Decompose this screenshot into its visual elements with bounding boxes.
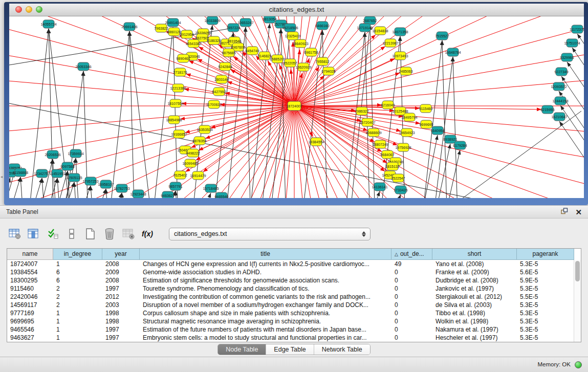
black-edge[interactable]	[97, 193, 122, 198]
black-edge[interactable]	[81, 189, 106, 198]
red-edge[interactable]	[294, 106, 584, 198]
show-columns-icon[interactable]	[27, 227, 40, 240]
table-row[interactable]: 1872400712008Changes of HCN gene express…	[7, 260, 581, 268]
red-edge[interactable]	[294, 106, 584, 198]
table-cell: 5.6E-5	[517, 268, 574, 276]
graph-node-label: 2485063	[399, 70, 412, 73]
black-edge[interactable]	[91, 186, 97, 198]
table-row[interactable]: 946362711997Embryonic stem cells: a mode…	[7, 334, 581, 342]
graph-node-label: 7955812	[315, 60, 329, 63]
red-edge[interactable]	[294, 106, 584, 198]
table-row[interactable]: 969969511998Structural magnetic resonanc…	[7, 317, 581, 325]
graph-node-label: 6794028	[321, 70, 335, 73]
edge-arrowhead	[559, 91, 563, 96]
edge-arrowhead	[380, 167, 385, 171]
red-edge[interactable]	[294, 106, 584, 198]
red-edge[interactable]	[294, 106, 584, 198]
table-row[interactable]: 1938455462009Genome-wide association stu…	[7, 268, 581, 276]
delete-rows-icon[interactable]	[103, 227, 116, 240]
graph-node-label: 2803144	[214, 78, 228, 81]
red-edge[interactable]	[294, 106, 584, 198]
table-cell: 49	[391, 260, 432, 268]
function-builder-icon[interactable]: f(x)	[141, 227, 154, 240]
red-edge[interactable]	[294, 43, 584, 106]
table-row[interactable]: 1830029562008Estimation of significance …	[7, 276, 581, 285]
tab-edge-table[interactable]: Edge Table	[266, 344, 313, 355]
new-table-icon[interactable]	[84, 227, 97, 240]
graph-node-label: 18640923	[292, 42, 308, 46]
edge-arrowhead	[369, 138, 375, 142]
red-edge[interactable]	[211, 106, 294, 128]
close-panel-icon[interactable]: ✕	[575, 208, 582, 216]
float-panel-icon[interactable]	[560, 207, 568, 217]
table-chooser-dropdown[interactable]: citations_edges.txt	[169, 228, 371, 240]
splitpane-toggle-icon[interactable]: ◂	[1, 174, 3, 179]
table-row[interactable]: 977716911998Corpus callosum shape and si…	[7, 309, 581, 317]
graph-node-label: 17359934	[68, 152, 83, 156]
delete-table-icon[interactable]	[122, 227, 135, 240]
tab-node-table[interactable]: Node Table	[218, 344, 266, 355]
red-edge[interactable]	[294, 106, 584, 198]
network-window-titlebar[interactable]: citations_edges.txt	[9, 4, 584, 16]
column-header-out_de[interactable]: △out_de...	[391, 249, 432, 260]
clear-selection-icon[interactable]	[65, 227, 78, 240]
graph-node-label: 12213386	[170, 86, 186, 90]
graph-node-label: 8813054	[263, 17, 276, 21]
black-edge[interactable]	[413, 135, 438, 198]
column-header-year[interactable]: year	[102, 249, 140, 260]
table-row[interactable]: 1456911722003Disruption of a novel membe…	[7, 301, 581, 309]
black-edge[interactable]	[567, 62, 584, 144]
memory-status-indicator[interactable]	[575, 361, 582, 368]
black-edge[interactable]	[462, 111, 581, 198]
column-header-name[interactable]: name	[7, 249, 53, 260]
black-edge[interactable]	[28, 159, 53, 198]
graph-node-label: 16033809	[204, 19, 220, 23]
tab-network-table[interactable]: Network Table	[314, 344, 370, 355]
table-settings-icon[interactable]	[8, 227, 21, 240]
black-edge[interactable]	[572, 48, 584, 130]
black-edge[interactable]	[50, 182, 74, 198]
red-edge[interactable]	[294, 106, 584, 198]
black-edge[interactable]	[559, 121, 584, 198]
graph-node-label: 8186328	[207, 39, 221, 42]
edge-arrowhead	[559, 121, 563, 126]
column-header-short[interactable]: short	[432, 249, 517, 260]
table-cell: 9699695	[7, 317, 53, 325]
network-canvas[interactable]: 1405572420691406204914041603380978572241…	[9, 16, 584, 198]
table-panel-title: Table Panel	[6, 206, 38, 218]
table-cell: 1	[53, 317, 102, 325]
graph-node-label: 10125488	[392, 110, 408, 113]
graph-node-label: 10973493	[392, 54, 408, 58]
red-edge[interactable]	[294, 106, 584, 198]
select-all-icon[interactable]	[46, 227, 59, 240]
graph-node-label: 16914479	[190, 174, 206, 178]
column-header-pagerank[interactable]: pagerank	[517, 249, 574, 260]
table-cell: 22420046	[7, 293, 53, 301]
black-edge[interactable]	[577, 34, 584, 116]
red-edge[interactable]	[294, 106, 584, 198]
network-window[interactable]: citations_edges.txt 14055724206914062049…	[4, 2, 588, 205]
edge-arrowhead	[230, 70, 235, 73]
graph-node-label: 9115460	[419, 107, 433, 111]
red-edge[interactable]	[294, 106, 584, 198]
table-cell: 0	[391, 276, 432, 285]
red-edge[interactable]	[203, 106, 294, 172]
graph-node-label: 9857791	[168, 185, 182, 188]
table-cell: 0	[391, 285, 432, 293]
table-row[interactable]: 2242004622012Investigating the contribut…	[7, 293, 581, 301]
table-scrollbar[interactable]	[574, 260, 581, 342]
graph-node-label: 11700617	[206, 103, 222, 106]
table-row[interactable]: 946554611997Estimation of the future num…	[7, 325, 581, 334]
red-edge[interactable]	[294, 106, 584, 198]
edge-arrowhead	[186, 74, 191, 77]
column-header-title[interactable]: title	[140, 249, 391, 260]
table-chooser-value: citations_edges.txt	[169, 230, 359, 237]
red-edge[interactable]	[184, 89, 294, 106]
table-scrollbar-thumb[interactable]	[575, 261, 580, 281]
table-cell: 2009	[102, 268, 140, 276]
table-row[interactable]: 911546021997Tourette syndrome. Phenomeno…	[7, 285, 581, 293]
black-edge[interactable]	[129, 31, 156, 198]
black-edge[interactable]	[33, 178, 57, 198]
column-header-in_degree[interactable]: in_degree	[53, 249, 102, 260]
black-edge[interactable]	[355, 191, 380, 198]
